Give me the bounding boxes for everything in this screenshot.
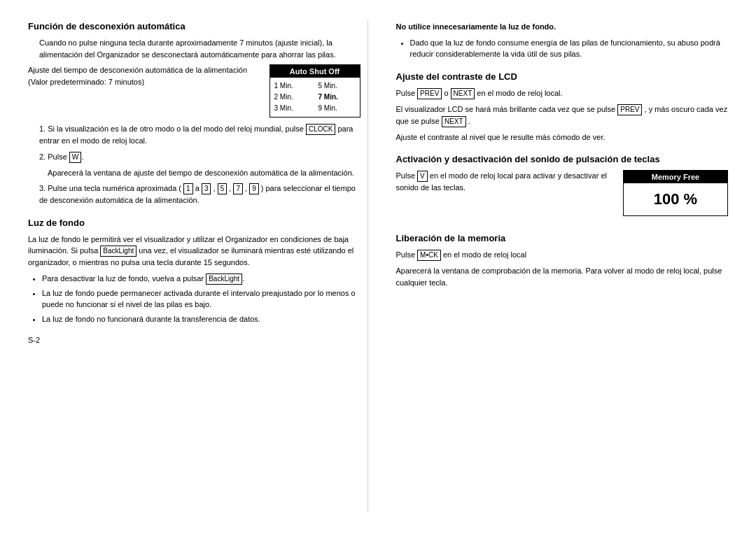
luz-bullet-3: La luz de fondo no funcionará durante la…: [42, 313, 360, 325]
page-number: S-2: [28, 336, 360, 344]
backlight-key-1: BackLight: [100, 246, 136, 257]
mck-key: M•CK: [417, 250, 441, 261]
v-key: V: [417, 171, 428, 182]
key-7: 7: [233, 183, 243, 194]
right-column: No utilice innecesariamente la luz de fo…: [389, 21, 729, 512]
memory-free-header: Memory Free: [624, 171, 727, 183]
auto-shut-col2-row2: 7 Min.: [318, 92, 356, 103]
lcd-o: o: [444, 89, 450, 97]
memory-para1-cont: en el modo de reloj local: [443, 250, 526, 259]
step3-a: a: [195, 184, 202, 192]
next-key-2: NEXT: [442, 116, 466, 127]
section-luz-fondo: Luz de fondo La luz de fondo le permitir…: [28, 218, 360, 325]
auto-shut-block: Auto Shut Off 1 Min. 2 Min. 3 Min. 5 Min…: [28, 64, 360, 123]
next-key-1: NEXT: [451, 88, 475, 99]
auto-shut-para1: Cuando no pulse ninguna tecla durante ap…: [39, 37, 360, 60]
auto-shut-col1-row2: 2 Min.: [274, 92, 312, 103]
memory-para1: Pulse M•CK en el modo de reloj local: [396, 249, 729, 261]
step2-period: .: [81, 152, 83, 161]
step3-pre: 3. Pulse una tecla numérica aproximada (: [39, 184, 181, 192]
lcd-para2-end: .: [468, 117, 470, 125]
auto-shut-col1: 1 Min. 2 Min. 3 Min.: [274, 80, 312, 114]
step1-pre: 1. Si la visualización es la de otro mod…: [39, 125, 304, 133]
key-5: 5: [218, 183, 227, 194]
auto-shut-box: Auto Shut Off 1 Min. 2 Min. 3 Min. 5 Min…: [270, 64, 360, 118]
lcd-title: Ajuste del contraste de LCD: [396, 71, 729, 82]
section-sound: Activación y desactivación del sonido de…: [396, 154, 729, 222]
prev-key-1: PREV: [417, 88, 442, 99]
note-bullets: Dado que la luz de fondo consume energía…: [410, 37, 729, 60]
lcd-para1-cont: en el modo de reloj local.: [477, 89, 562, 97]
step3: 3. Pulse una tecla numérica aproximada (…: [39, 183, 360, 206]
columns-container: Función de desconexión automática Cuando…: [28, 21, 728, 512]
section-auto-shut: Función de desconexión automática Cuando…: [28, 21, 360, 206]
sound-title: Activación y desactivación del sonido de…: [396, 154, 729, 164]
auto-shut-col1-row1: 1 Min.: [274, 80, 312, 92]
key-9: 9: [249, 183, 259, 194]
sound-para1-cont: en el modo de reloj local para activar y…: [396, 171, 607, 192]
lcd-para2-pre: El visualizador LCD se hará más brillant…: [396, 105, 616, 113]
step2: 2. Pulse W.: [39, 151, 360, 163]
memory-free-value: 100 %: [624, 183, 727, 215]
prev-key-2: PREV: [617, 104, 642, 115]
lcd-para2: El visualizador LCD se hará más brillant…: [396, 104, 729, 127]
key-3: 3: [202, 183, 211, 194]
section-note: No utilice innecesariamente la luz de fo…: [396, 21, 729, 60]
section-lcd: Ajuste del contraste de LCD Pulse PREV o…: [396, 71, 729, 143]
memory-para1-pre: Pulse: [396, 250, 416, 259]
left-column: Función de desconexión automática Cuando…: [28, 21, 368, 512]
auto-shut-col2-row1: 5 Min.: [318, 80, 356, 92]
step2-pre: 2. Pulse: [39, 152, 67, 161]
memory-free-box: Memory Free 100 %: [623, 170, 728, 216]
luz-fondo-bullets: Para desactivar la luz de fondo, vuelva …: [42, 273, 360, 325]
lcd-para1: Pulse PREV o NEXT en el modo de reloj lo…: [396, 87, 729, 99]
lcd-para1-pre: Pulse: [396, 89, 416, 97]
auto-shut-title: Función de desconexión automática: [28, 21, 360, 31]
luz-bullet-1: Para desactivar la luz de fondo, vuelva …: [42, 273, 360, 285]
step2-after: Aparecerá la ventana de ajuste del tiemp…: [48, 167, 360, 179]
luz-bullet-2: La luz de fondo puede permanecer activad…: [42, 287, 360, 311]
note-bold: No utilice innecesariamente la luz de fo…: [396, 21, 729, 33]
luz-fondo-title: Luz de fondo: [28, 218, 360, 228]
auto-shut-body: 1 Min. 2 Min. 3 Min. 5 Min. 7 Min. 9 Min…: [270, 78, 360, 117]
page: Función de desconexión automática Cuando…: [0, 0, 756, 533]
lcd-para3: Ajuste el contraste al nivel que le resu…: [396, 132, 729, 143]
sound-block: Memory Free 100 % Pulse V en el modo de …: [396, 170, 729, 222]
auto-shut-col1-row3: 3 Min.: [274, 103, 312, 114]
step2-after-text: Aparecerá la ventana de ajuste del tiemp…: [48, 167, 360, 179]
auto-shut-col2-row3: 9 Min.: [318, 103, 356, 114]
memory-title: Liberación de la memoria: [396, 233, 729, 243]
w-key: W: [69, 152, 81, 163]
backlight-key-2: BackLight: [206, 273, 242, 285]
step1: 1. Si la visualización es la de otro mod…: [39, 123, 360, 147]
auto-shut-col2: 5 Min. 7 Min. 9 Min.: [318, 80, 356, 114]
memory-para2: Aparecerá la ventana de comprobación de …: [396, 265, 729, 288]
note-bullet-1: Dado que la luz de fondo consume energía…: [410, 37, 729, 60]
section-memory: Liberación de la memoria Pulse M•CK en e…: [396, 233, 729, 288]
luz-fondo-para1: La luz de fondo le permitirá ver el visu…: [28, 234, 360, 269]
sound-para1-pre: Pulse: [396, 171, 416, 180]
auto-shut-header: Auto Shut Off: [270, 65, 360, 78]
clock-key: CLOCK: [306, 124, 335, 135]
key-1: 1: [183, 183, 193, 194]
